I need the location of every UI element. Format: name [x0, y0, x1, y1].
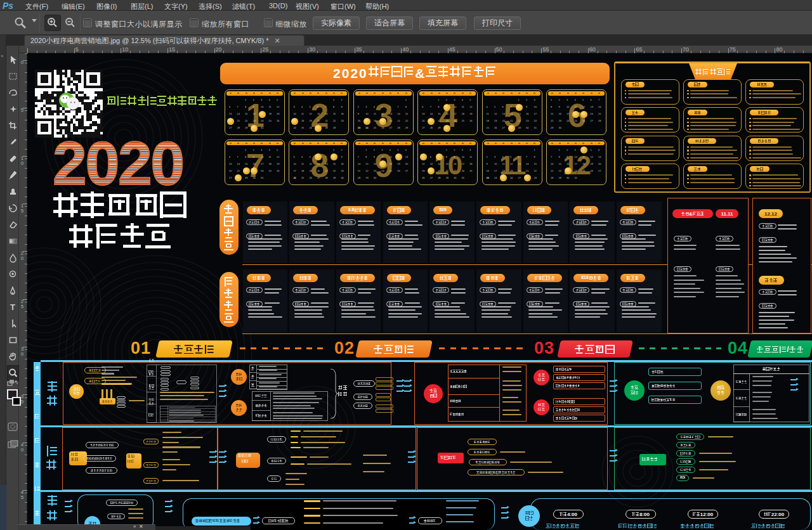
svg-text:T: T [10, 302, 15, 312]
